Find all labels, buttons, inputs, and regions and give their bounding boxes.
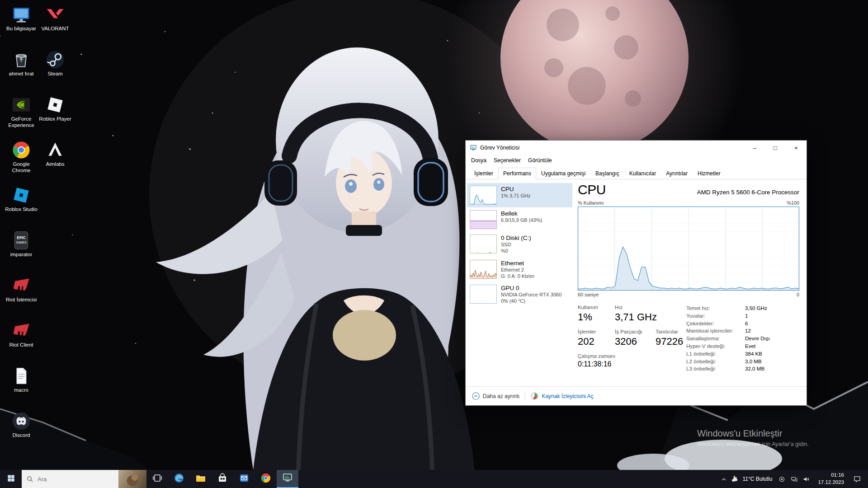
perf-sidebar-cpu[interactable]: CPU1% 3,71 GHz (467, 183, 572, 207)
maximize-button[interactable]: □ (765, 141, 786, 155)
desktop-icon-riot-client[interactable]: Riot Client (5, 321, 38, 348)
start-button[interactable] (0, 470, 22, 488)
tab-başlangıç[interactable]: Başlangıç (590, 168, 624, 179)
riot-icon (11, 321, 31, 341)
search-input[interactable] (38, 476, 105, 483)
detail-row: Yuvalar:1 (686, 312, 770, 320)
taskbar-search[interactable] (22, 470, 146, 488)
tab-performans[interactable]: Performans (498, 168, 536, 179)
desktop-icon-macro[interactable]: macro (5, 366, 38, 394)
desktop-icon-label: Discord (5, 432, 38, 439)
taskbar-button-edge[interactable] (168, 470, 190, 488)
desktop-icon-label: Aimlabs (38, 161, 72, 168)
tray-app-icon[interactable] (776, 475, 788, 483)
robloxblue-icon (11, 185, 31, 205)
desktop-icon-ahmet-firat[interactable]: ahmet fırat (5, 50, 38, 77)
taskbar-button-file-explorer[interactable] (190, 470, 212, 488)
detail-value: 12 (745, 327, 770, 335)
detail-value: 3,50 GHz (745, 305, 770, 312)
tab-uygulama-geçmişi[interactable]: Uygulama geçmişi (536, 168, 590, 179)
desktop-icon-geforce[interactable]: GeForce Experience (5, 95, 38, 128)
footer-divider (525, 392, 525, 401)
desktop-icon-aimlabs[interactable]: Aimlabs (38, 140, 72, 168)
disk-mini-graph (470, 235, 497, 253)
stat-value: 202 (578, 336, 611, 347)
stat-uptime: Çalışma zamanı0:11:38:16 (578, 353, 683, 368)
menu-seçenekler[interactable]: Seçenekler (490, 156, 524, 165)
folder-icon (195, 473, 206, 485)
stat-threads: İş Parçacığı3206 (615, 329, 652, 347)
store-icon (217, 473, 228, 485)
desktop-icon-label: ahmet fırat (5, 71, 38, 77)
minimize-button[interactable]: – (744, 141, 765, 155)
system-tray: 11°C Bulutlu 01:16 17.12.2023 (718, 470, 868, 488)
chart-usage-label: % Kullanımı (578, 200, 604, 206)
perf-item-detail: NVIDIA GeForce RTX 3060 (501, 291, 561, 298)
perf-item-name: CPU (501, 186, 530, 192)
hidden-icons-chevron[interactable] (718, 475, 730, 483)
tab-kullanıcılar[interactable]: Kullanıcılar (624, 168, 661, 179)
desktop-icon-label: Steam (38, 71, 72, 77)
taskbar-button-task-view[interactable] (146, 470, 168, 488)
desktop-icon-google-chrome[interactable]: Google Chrome (5, 140, 38, 174)
action-center-icon[interactable] (849, 475, 866, 483)
volume-icon[interactable] (800, 475, 812, 483)
epic-icon: EPICGAMES (11, 230, 31, 250)
perf-item-detail: G: 0 A: 0 Kb/sn (501, 273, 534, 279)
close-button[interactable]: × (786, 141, 807, 155)
weather-condition: Bulutlu (756, 476, 773, 482)
desktop-icon-label: Riot Client (5, 342, 38, 348)
stat-label: Kullanım (578, 305, 611, 310)
perf-item-name: GPU 0 (501, 285, 561, 291)
fewer-details-button[interactable]: Daha az ayrıntı (472, 392, 519, 400)
open-resource-monitor-link[interactable]: Kaynak İzleyicisini Aç (531, 392, 593, 400)
network-icon[interactable] (788, 475, 800, 483)
tab-i̇şlemler[interactable]: İşlemler (469, 168, 498, 179)
file-icon (11, 366, 31, 386)
perf-sidebar-ethernet[interactable]: EthernetEthernet 2G: 0 A: 0 Kb/sn (467, 257, 572, 282)
cpu-panel: CPU AMD Ryzen 5 5600 6-Core Processor % … (572, 179, 807, 386)
detail-value: Devre Dışı (745, 335, 770, 343)
perf-item-name: Bellek (501, 210, 542, 217)
search-highlight-image[interactable] (118, 470, 146, 488)
desktop-icon-roblox-studio[interactable]: Roblox Studio (5, 185, 38, 213)
mail-icon (239, 473, 250, 485)
desktop-icon-roblox-player[interactable]: Roblox Player (38, 95, 72, 122)
aimlabs-icon (45, 140, 65, 160)
perf-sidebar-memory[interactable]: Bellek6,9/15,9 GB (43%) (467, 207, 572, 232)
desktop-icon-this-pc[interactable]: Bu bilgisayar (5, 5, 38, 32)
chart-time-label: 60 saniye (578, 292, 599, 297)
weather-cloud-icon (731, 474, 740, 483)
tab-hizmetler[interactable]: Hizmetler (693, 168, 726, 179)
weather-widget[interactable]: 11°C Bulutlu (731, 474, 772, 483)
taskbar-clock[interactable]: 01:16 17.12.2023 (812, 472, 849, 486)
tab-bar: İşlemlerPerformansUygulama geçmişiBaşlan… (466, 166, 807, 179)
taskbar-button-chrome[interactable] (255, 470, 277, 488)
robloxwhite-icon (45, 95, 65, 115)
menu-bar: DosyaSeçeneklerGörüntüle (466, 155, 807, 166)
resource-monitor-icon (531, 392, 538, 400)
ethernet-mini-graph (470, 260, 497, 279)
processor-name: AMD Ryzen 5 5600 6-Core Processor (697, 189, 799, 196)
detail-row: L2 önbelleği:3,0 MB (686, 358, 770, 366)
desktop-icon-riot-istemcisi[interactable]: Riot İstemcisi (5, 276, 38, 303)
tab-ayrıntılar[interactable]: Ayrıntılar (661, 168, 693, 179)
taskbar-button-mail[interactable] (233, 470, 255, 488)
perf-sidebar-disk[interactable]: 0 Diski (C:)SSD%0 (467, 232, 572, 257)
desktop-icon-imparator[interactable]: EPICGAMESimparator (5, 230, 38, 258)
desktop-icon-discord[interactable]: Discord (5, 411, 38, 439)
taskbar-button-task-manager[interactable] (277, 470, 298, 488)
detail-label: Yuvalar: (686, 312, 745, 320)
menu-dosya[interactable]: Dosya (467, 156, 490, 165)
chart-max-label: %100 (787, 200, 799, 206)
performance-sidebar: CPU1% 3,71 GHzBellek6,9/15,9 GB (43%)0 D… (466, 179, 572, 386)
taskbar: 11°C Bulutlu 01:16 17.12.2023 (0, 470, 868, 488)
perf-item-detail: 0% (40 °C) (501, 298, 561, 304)
menu-görüntüle[interactable]: Görüntüle (524, 156, 556, 165)
desktop-icon-valorant[interactable]: VALORANT (38, 5, 72, 32)
title-bar[interactable]: Görev Yöneticisi – □ × (466, 141, 807, 155)
desktop-icon-steam[interactable]: Steam (38, 50, 72, 77)
taskbar-button-store[interactable] (212, 470, 233, 488)
perf-sidebar-gpu[interactable]: GPU 0NVIDIA GeForce RTX 30600% (40 °C) (467, 282, 572, 307)
desktop-icon-label: Bu bilgisayar (5, 26, 38, 32)
